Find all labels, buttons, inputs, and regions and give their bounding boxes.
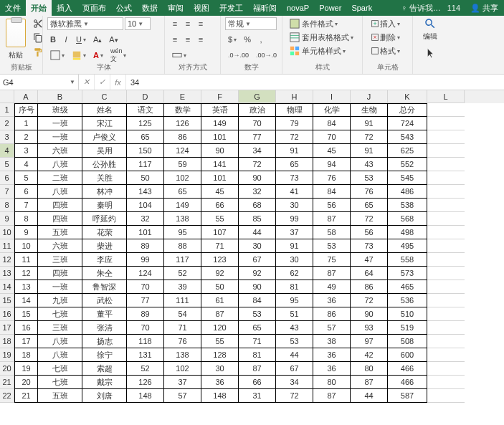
col-header-F[interactable]: F	[201, 90, 239, 103]
cell[interactable]: 53	[239, 307, 276, 321]
cell[interactable]: 91	[276, 239, 313, 253]
cell[interactable]: 鲁智深	[82, 280, 127, 294]
cell[interactable]: 72	[351, 294, 388, 307]
cell[interactable]: 19	[14, 362, 38, 376]
col-header-J[interactable]: J	[351, 90, 388, 103]
row-header[interactable]: 13	[0, 267, 14, 280]
cell[interactable]: 43	[351, 158, 388, 171]
cell[interactable]: 七班	[38, 307, 82, 321]
row-header[interactable]: 14	[0, 280, 14, 294]
cell[interactable]: 486	[388, 185, 427, 199]
cell[interactable]: 57	[313, 321, 351, 335]
row-header[interactable]: 16	[0, 307, 14, 321]
cell[interactable]: 67	[239, 253, 276, 267]
cell[interactable]: 38	[313, 335, 351, 348]
row-header[interactable]: 20	[0, 362, 14, 376]
col-header-I[interactable]: I	[313, 90, 351, 103]
cell[interactable]: 30	[276, 253, 313, 267]
cell[interactable]: 73	[276, 171, 313, 185]
cell[interactable]: 班级	[38, 103, 82, 117]
cell[interactable]: 558	[388, 253, 427, 267]
cell[interactable]: 138	[164, 212, 201, 226]
cell[interactable]: 87	[313, 267, 351, 280]
cell[interactable]: 126	[127, 376, 164, 389]
cell[interactable]: 72	[351, 130, 388, 144]
cell[interactable]: 92	[239, 267, 276, 280]
cell[interactable]: 刘唐	[82, 389, 127, 403]
cell[interactable]: 57	[164, 389, 201, 403]
cell[interactable]	[427, 348, 465, 362]
tab-开发工[interactable]: 开发工	[214, 0, 248, 16]
cell[interactable]: 71	[201, 239, 239, 253]
cell[interactable]: 87	[201, 307, 239, 321]
cell[interactable]: 88	[164, 239, 201, 253]
cell[interactable]: 91	[276, 144, 313, 158]
cell[interactable]: 六班	[38, 239, 82, 253]
cell[interactable]: 102	[164, 171, 201, 185]
cell[interactable]	[427, 117, 465, 130]
cell[interactable]: 姓名	[82, 103, 127, 117]
cell[interactable]: 语文	[127, 103, 164, 117]
find-button[interactable]	[421, 17, 439, 30]
col-header-A[interactable]: A	[14, 90, 38, 103]
cell[interactable]: 508	[388, 335, 427, 348]
cell[interactable]: 77	[239, 130, 276, 144]
cell[interactable]: 466	[388, 376, 427, 389]
cell[interactable]: 65	[127, 130, 164, 144]
cell[interactable]: 70	[239, 117, 276, 130]
cell[interactable]: 武松	[82, 294, 127, 307]
cell[interactable]: 39	[164, 280, 201, 294]
cell[interactable]: 董平	[82, 307, 127, 321]
cell[interactable]: 2	[14, 130, 38, 144]
cell[interactable]: 65	[276, 158, 313, 171]
cell[interactable]: 政治	[239, 103, 276, 117]
cell[interactable]: 32	[127, 212, 164, 226]
align-bottom-button[interactable]: ≡	[195, 17, 206, 30]
fill-color-button[interactable]: ▾	[69, 49, 89, 62]
cell[interactable]: 90	[239, 171, 276, 185]
cell[interactable]	[427, 376, 465, 389]
col-header-L[interactable]: L	[427, 90, 465, 103]
cell[interactable]: 九班	[38, 294, 82, 307]
row-header[interactable]: 7	[0, 185, 14, 199]
cell[interactable]: 11	[14, 253, 38, 267]
cell[interactable]: 56	[313, 199, 351, 212]
tab-文件[interactable]: 文件	[0, 0, 26, 16]
percent-button[interactable]: %	[241, 33, 254, 46]
cell[interactable]: 149	[201, 117, 239, 130]
cell[interactable]: 53	[313, 239, 351, 253]
cell[interactable]: 81	[239, 348, 276, 362]
row-header[interactable]: 15	[0, 294, 14, 307]
cell[interactable]: 87	[239, 362, 276, 376]
row-header[interactable]: 12	[0, 253, 14, 267]
cell[interactable]	[427, 103, 465, 117]
number-format-combo[interactable]: 常规▼	[225, 17, 277, 30]
cell[interactable]: 568	[388, 212, 427, 226]
cell[interactable]: 77	[127, 294, 164, 307]
cell[interactable]: 四班	[38, 212, 82, 226]
cell[interactable]	[427, 362, 465, 376]
phonetic-button[interactable]: wén文▾	[108, 49, 130, 62]
row-header[interactable]: 9	[0, 212, 14, 226]
cell[interactable]: 三班	[38, 253, 82, 267]
row-header[interactable]: 1	[0, 103, 14, 117]
cell[interactable]: 56	[351, 226, 388, 239]
row-header[interactable]: 22	[0, 389, 14, 403]
cell[interactable]: 118	[127, 335, 164, 348]
cell[interactable]	[427, 199, 465, 212]
tab-novaP[interactable]: novaP	[282, 0, 314, 16]
cell[interactable]: 30	[239, 239, 276, 253]
cell[interactable]	[427, 294, 465, 307]
tab-福昕阅[interactable]: 福昕阅	[248, 0, 282, 16]
cell[interactable]	[427, 307, 465, 321]
cell[interactable]: 131	[127, 348, 164, 362]
cell[interactable]: 86	[313, 307, 351, 321]
cell[interactable]: 89	[127, 307, 164, 321]
cell[interactable]: 七班	[38, 362, 82, 376]
cell[interactable]: 生物	[351, 103, 388, 117]
cell[interactable]: 81	[276, 280, 313, 294]
increase-font-button[interactable]: A▴	[90, 33, 105, 46]
cell[interactable]: 93	[351, 321, 388, 335]
name-box[interactable]: G4▼	[0, 75, 79, 90]
tab-Spark[interactable]: Spark	[346, 0, 377, 16]
